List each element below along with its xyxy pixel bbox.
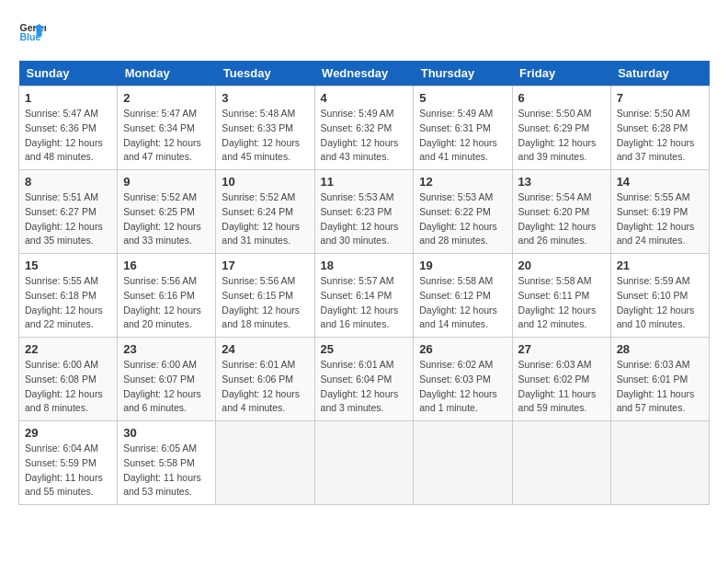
- day-info: Sunrise: 5:47 AMSunset: 6:34 PMDaylight:…: [123, 107, 210, 165]
- day-info: Sunrise: 5:53 AMSunset: 6:23 PMDaylight:…: [321, 190, 408, 248]
- day-number: 9: [123, 175, 210, 189]
- day-info: Sunrise: 5:49 AMSunset: 6:31 PMDaylight:…: [419, 107, 506, 165]
- calendar-cell: 4Sunrise: 5:49 AMSunset: 6:32 PMDaylight…: [314, 86, 414, 170]
- day-number: 14: [617, 175, 703, 189]
- weekday-header-row: SundayMondayTuesdayWednesdayThursdayFrid…: [19, 61, 710, 86]
- day-info: Sunrise: 5:58 AMSunset: 6:12 PMDaylight:…: [419, 274, 506, 332]
- day-info: Sunrise: 5:52 AMSunset: 6:24 PMDaylight:…: [222, 190, 308, 248]
- week-row-5: 29Sunrise: 6:04 AMSunset: 5:59 PMDayligh…: [19, 421, 710, 505]
- day-number: 30: [123, 426, 210, 440]
- calendar-cell: 30Sunrise: 6:05 AMSunset: 5:58 PMDayligh…: [118, 421, 216, 505]
- calendar-cell: 29Sunrise: 6:04 AMSunset: 5:59 PMDayligh…: [19, 421, 118, 505]
- day-info: Sunrise: 6:01 AMSunset: 6:04 PMDaylight:…: [321, 358, 408, 416]
- calendar-cell: 14Sunrise: 5:55 AMSunset: 6:19 PMDayligh…: [610, 170, 709, 254]
- weekday-wednesday: Wednesday: [314, 61, 414, 86]
- calendar-cell: 23Sunrise: 6:00 AMSunset: 6:07 PMDayligh…: [118, 338, 216, 421]
- day-info: Sunrise: 6:05 AMSunset: 5:58 PMDaylight:…: [123, 442, 210, 500]
- day-number: 21: [617, 259, 703, 272]
- calendar-cell: 5Sunrise: 5:49 AMSunset: 6:31 PMDaylight…: [414, 86, 512, 170]
- calendar-cell: 27Sunrise: 6:03 AMSunset: 6:02 PMDayligh…: [512, 338, 610, 421]
- day-number: 17: [222, 259, 308, 272]
- day-number: 13: [518, 175, 605, 189]
- calendar-cell: [414, 421, 512, 505]
- calendar-cell: 21Sunrise: 5:59 AMSunset: 6:10 PMDayligh…: [610, 254, 709, 338]
- day-number: 1: [25, 91, 111, 105]
- calendar-cell: 8Sunrise: 5:51 AMSunset: 6:27 PMDaylight…: [19, 170, 118, 254]
- calendar-cell: 15Sunrise: 5:55 AMSunset: 6:18 PMDayligh…: [19, 254, 118, 338]
- calendar-cell: 1Sunrise: 5:47 AMSunset: 6:36 PMDaylight…: [19, 86, 118, 170]
- day-number: 4: [321, 91, 408, 105]
- day-info: Sunrise: 5:54 AMSunset: 6:20 PMDaylight:…: [518, 190, 605, 248]
- day-number: 26: [419, 342, 506, 356]
- day-info: Sunrise: 6:00 AMSunset: 6:08 PMDaylight:…: [25, 358, 111, 416]
- day-number: 24: [222, 342, 308, 356]
- day-info: Sunrise: 6:03 AMSunset: 6:01 PMDaylight:…: [617, 358, 703, 416]
- calendar-cell: 19Sunrise: 5:58 AMSunset: 6:12 PMDayligh…: [414, 254, 512, 338]
- calendar-cell: 11Sunrise: 5:53 AMSunset: 6:23 PMDayligh…: [314, 170, 414, 254]
- day-number: 15: [25, 259, 111, 272]
- calendar-cell: [610, 421, 709, 505]
- calendar-cell: 7Sunrise: 5:50 AMSunset: 6:28 PMDaylight…: [610, 86, 709, 170]
- weekday-sunday: Sunday: [19, 61, 118, 86]
- day-number: 11: [321, 175, 408, 189]
- day-number: 19: [419, 259, 506, 272]
- week-row-4: 22Sunrise: 6:00 AMSunset: 6:08 PMDayligh…: [19, 338, 710, 421]
- calendar-cell: 28Sunrise: 6:03 AMSunset: 6:01 PMDayligh…: [610, 338, 709, 421]
- day-info: Sunrise: 5:53 AMSunset: 6:22 PMDaylight:…: [419, 190, 506, 248]
- calendar-cell: 3Sunrise: 5:48 AMSunset: 6:33 PMDaylight…: [216, 86, 314, 170]
- weekday-thursday: Thursday: [414, 61, 512, 86]
- day-number: 3: [222, 91, 308, 105]
- day-number: 12: [419, 175, 506, 189]
- day-number: 29: [25, 426, 111, 440]
- day-number: 18: [321, 259, 408, 272]
- day-number: 5: [419, 91, 506, 105]
- calendar-cell: 18Sunrise: 5:57 AMSunset: 6:14 PMDayligh…: [314, 254, 414, 338]
- calendar-cell: 17Sunrise: 5:56 AMSunset: 6:15 PMDayligh…: [216, 254, 314, 338]
- day-info: Sunrise: 5:57 AMSunset: 6:14 PMDaylight:…: [321, 274, 408, 332]
- week-row-1: 1Sunrise: 5:47 AMSunset: 6:36 PMDaylight…: [19, 86, 710, 170]
- day-number: 20: [518, 259, 605, 272]
- calendar-table: SundayMondayTuesdayWednesdayThursdayFrid…: [18, 61, 710, 505]
- calendar-cell: [216, 421, 314, 505]
- day-info: Sunrise: 6:03 AMSunset: 6:02 PMDaylight:…: [518, 358, 605, 416]
- calendar-cell: 24Sunrise: 6:01 AMSunset: 6:06 PMDayligh…: [216, 338, 314, 421]
- day-number: 6: [518, 91, 605, 105]
- day-number: 22: [25, 342, 111, 356]
- page-header: General Blue: [18, 18, 710, 46]
- day-info: Sunrise: 6:01 AMSunset: 6:06 PMDaylight:…: [222, 358, 308, 416]
- day-info: Sunrise: 5:49 AMSunset: 6:32 PMDaylight:…: [321, 107, 408, 165]
- day-info: Sunrise: 5:50 AMSunset: 6:28 PMDaylight:…: [617, 107, 703, 165]
- calendar-cell: 13Sunrise: 5:54 AMSunset: 6:20 PMDayligh…: [512, 170, 610, 254]
- calendar-cell: [314, 421, 414, 505]
- calendar-cell: 20Sunrise: 5:58 AMSunset: 6:11 PMDayligh…: [512, 254, 610, 338]
- calendar-cell: 9Sunrise: 5:52 AMSunset: 6:25 PMDaylight…: [118, 170, 216, 254]
- week-row-2: 8Sunrise: 5:51 AMSunset: 6:27 PMDaylight…: [19, 170, 710, 254]
- day-number: 25: [321, 342, 408, 356]
- day-info: Sunrise: 5:56 AMSunset: 6:16 PMDaylight:…: [123, 274, 210, 332]
- day-number: 27: [518, 342, 605, 356]
- day-info: Sunrise: 5:58 AMSunset: 6:11 PMDaylight:…: [518, 274, 605, 332]
- day-info: Sunrise: 6:00 AMSunset: 6:07 PMDaylight:…: [123, 358, 210, 416]
- day-info: Sunrise: 6:04 AMSunset: 5:59 PMDaylight:…: [25, 442, 111, 500]
- day-number: 16: [123, 259, 210, 272]
- day-info: Sunrise: 5:52 AMSunset: 6:25 PMDaylight:…: [123, 190, 210, 248]
- logo: General Blue: [18, 18, 46, 46]
- day-info: Sunrise: 5:56 AMSunset: 6:15 PMDaylight:…: [222, 274, 308, 332]
- weekday-monday: Monday: [118, 61, 216, 86]
- day-info: Sunrise: 5:55 AMSunset: 6:19 PMDaylight:…: [617, 190, 703, 248]
- weekday-friday: Friday: [512, 61, 610, 86]
- day-number: 28: [617, 342, 703, 356]
- calendar-cell: 12Sunrise: 5:53 AMSunset: 6:22 PMDayligh…: [414, 170, 512, 254]
- day-info: Sunrise: 5:50 AMSunset: 6:29 PMDaylight:…: [518, 107, 605, 165]
- weekday-tuesday: Tuesday: [216, 61, 314, 86]
- calendar-cell: 25Sunrise: 6:01 AMSunset: 6:04 PMDayligh…: [314, 338, 414, 421]
- day-number: 2: [123, 91, 210, 105]
- calendar-cell: 26Sunrise: 6:02 AMSunset: 6:03 PMDayligh…: [414, 338, 512, 421]
- calendar-cell: 16Sunrise: 5:56 AMSunset: 6:16 PMDayligh…: [118, 254, 216, 338]
- day-number: 8: [25, 175, 111, 189]
- day-info: Sunrise: 5:51 AMSunset: 6:27 PMDaylight:…: [25, 190, 111, 248]
- day-info: Sunrise: 5:48 AMSunset: 6:33 PMDaylight:…: [222, 107, 308, 165]
- calendar-cell: 22Sunrise: 6:00 AMSunset: 6:08 PMDayligh…: [19, 338, 118, 421]
- weekday-saturday: Saturday: [610, 61, 709, 86]
- calendar-cell: 10Sunrise: 5:52 AMSunset: 6:24 PMDayligh…: [216, 170, 314, 254]
